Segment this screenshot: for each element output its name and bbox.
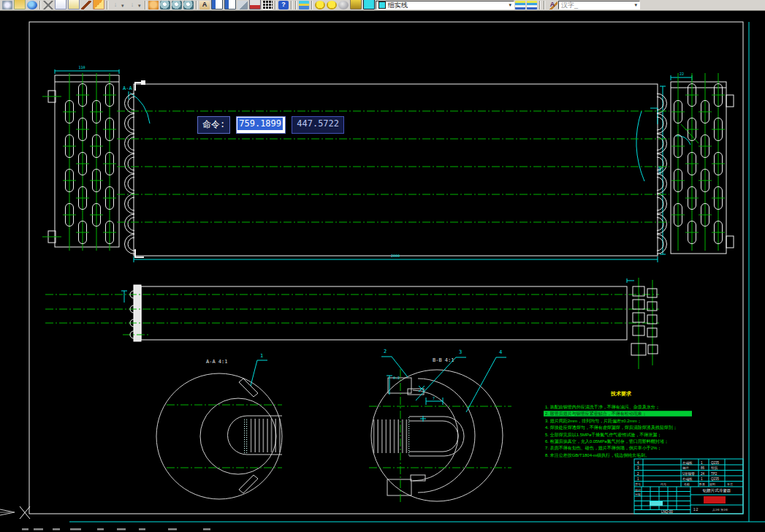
bom-qty: 86 xyxy=(701,466,705,470)
detail-view-aa: A-A 4:1 1 xyxy=(156,353,282,499)
redo-icon[interactable]: ↓ xyxy=(127,1,137,10)
paste2-icon[interactable] xyxy=(68,0,80,10)
leader-4: 4 xyxy=(499,349,502,355)
drawing-title: 铝翅片式冷凝器 xyxy=(702,488,731,493)
bom-header-cell: 材料 xyxy=(709,482,715,487)
paste-icon[interactable] xyxy=(14,0,26,10)
x-coordinate-input[interactable]: 759.1899 xyxy=(236,116,286,134)
undo-icon[interactable]: ↓ xyxy=(110,1,121,10)
bom-material: Q235 xyxy=(711,477,720,481)
pen-icon[interactable] xyxy=(81,1,91,10)
cut-icon[interactable] xyxy=(43,1,53,10)
style-combo[interactable]: 汉字_▾ xyxy=(558,1,640,10)
u-bend-right xyxy=(657,94,667,113)
plot-icon[interactable] xyxy=(249,0,261,10)
u-bend-right xyxy=(657,235,667,254)
bom-seq: 3 xyxy=(637,466,639,470)
u-bend-left xyxy=(125,94,135,113)
panel2-icon[interactable] xyxy=(224,0,236,10)
u-bend-left xyxy=(125,235,135,254)
leader-1: 1 xyxy=(260,353,263,359)
bom-seq: 1 xyxy=(637,477,639,481)
dim-bb-wall: 0.2 xyxy=(393,376,400,380)
selected-cell xyxy=(650,501,663,506)
crosshair-cursor xyxy=(20,506,30,519)
bom-header-cell: 数量 xyxy=(699,482,705,486)
u-bend-left xyxy=(125,214,135,234)
brush-icon[interactable] xyxy=(93,0,104,10)
render-icon[interactable] xyxy=(237,1,248,10)
layer-combo[interactable]: 细实线▾ xyxy=(376,1,514,10)
toolbar-separator xyxy=(275,1,276,10)
lock-icon[interactable] xyxy=(350,0,362,10)
cad-drawing[interactable]: 110 A-A 2000 1000 xyxy=(0,0,765,532)
table-icon[interactable] xyxy=(262,1,273,10)
tech-line: 4. 焊接处应焊透焊匀，不得有虚焊漏焊，焊后清除焊渣及残留焊剂； xyxy=(545,425,677,430)
dim-main-length: 2000 xyxy=(391,254,400,258)
dropdown-caret-icon[interactable]: ▾ xyxy=(138,3,143,9)
bom-header-cell: 代号 xyxy=(660,482,666,486)
style-icon[interactable]: A xyxy=(547,1,557,10)
dim-bb-gap: 7 xyxy=(433,396,435,400)
layers-icon[interactable] xyxy=(299,1,309,10)
ball-icon[interactable] xyxy=(338,1,349,10)
bom-seq: 4 xyxy=(637,461,639,465)
toolbar-separator xyxy=(145,1,146,10)
field-checked: 审核 xyxy=(635,493,641,496)
find-icon[interactable]: A xyxy=(199,1,210,10)
bom-qty: 1 xyxy=(701,461,703,465)
bulb2-icon[interactable] xyxy=(327,1,337,10)
command-label: 命令: xyxy=(197,116,230,134)
globe-icon[interactable] xyxy=(27,1,37,10)
main-plan-view: A-A 2000 1000 xyxy=(123,80,666,262)
bom-seq: 2 xyxy=(637,472,639,476)
toolbar-separator xyxy=(39,1,41,10)
cad-application-window: ↓▾↓▾A?细实线▾A汉字_▾ xyxy=(0,0,765,532)
ucs-icon xyxy=(0,509,15,515)
bulb-icon[interactable] xyxy=(315,1,325,10)
partial-icon[interactable] xyxy=(2,1,12,10)
pan-icon[interactable] xyxy=(148,1,159,10)
bom-name: U形铜管 xyxy=(682,471,695,476)
bom-material: 铝箔 xyxy=(711,466,718,471)
u-bend-left xyxy=(125,154,135,174)
layerstack-icon[interactable] xyxy=(515,1,525,10)
bom-qty: 1 xyxy=(701,477,703,481)
style-combo-value: 汉字_ xyxy=(561,1,578,10)
zoomin-icon[interactable] xyxy=(160,1,170,10)
right-endplate-view: 22 xyxy=(671,72,734,254)
chip-icon[interactable] xyxy=(363,0,375,10)
toolbar-separator xyxy=(295,1,297,10)
grip-point xyxy=(141,80,145,85)
u-bend-right xyxy=(657,134,667,153)
u-bend-right xyxy=(657,214,667,234)
dropdown-caret-icon[interactable]: ▾ xyxy=(121,3,126,9)
bom-name: 翅片 xyxy=(682,466,690,470)
layerstack2-icon[interactable] xyxy=(527,1,537,10)
bom-qty: 24 xyxy=(701,472,705,476)
dropdown-caret-icon[interactable]: ▾ xyxy=(509,2,511,8)
zoomwin-icon[interactable] xyxy=(172,1,182,10)
dropdown-caret-icon[interactable]: ▾ xyxy=(634,2,637,8)
panel-icon[interactable] xyxy=(211,0,223,10)
bom-name: 右端板 xyxy=(682,476,693,481)
bom-header-cell: 备注 xyxy=(727,482,733,486)
tech-line: 5. 全部焊完后以1.5MPa干燥氮气作气密性试验，不得泄漏； xyxy=(545,432,661,438)
toolbar-separator xyxy=(544,1,545,10)
copy-icon[interactable] xyxy=(55,0,66,10)
help-icon[interactable]: ? xyxy=(278,1,289,10)
leader-2: 2 xyxy=(384,349,387,354)
bom-name: 左端板 xyxy=(682,461,693,465)
technical-requirements: 技术要求 1. 装配前铜管内外应清洗干净，不得有油污、杂质及水分；2. 胀管后翅… xyxy=(544,390,692,458)
tech-line: 6. 检漏后抽真空，充入0.05MPa氮气封存，管口用塑料帽封堵； xyxy=(545,438,669,444)
y-coordinate-input[interactable]: 447.5722 xyxy=(292,116,344,134)
u-bend-left xyxy=(125,134,135,153)
toolbar-separator xyxy=(539,1,541,10)
dim-side-top: 110 xyxy=(78,65,85,69)
tech-line: 1. 装配前铜管内外应清洗干净，不得有油污、杂质及水分； xyxy=(545,404,660,410)
title-block: 4左端板1Q2353翅片86铝箔2U形铜管24TP21右端板1Q235序号代号名… xyxy=(634,459,743,514)
tech-line: 3. 翅片间距2mm，排列均匀，片距偏差±0.2mm； xyxy=(545,418,642,424)
zoomprev-icon[interactable] xyxy=(183,1,194,10)
bom-material: TP2 xyxy=(711,472,718,476)
leader-3: 3 xyxy=(459,349,462,355)
